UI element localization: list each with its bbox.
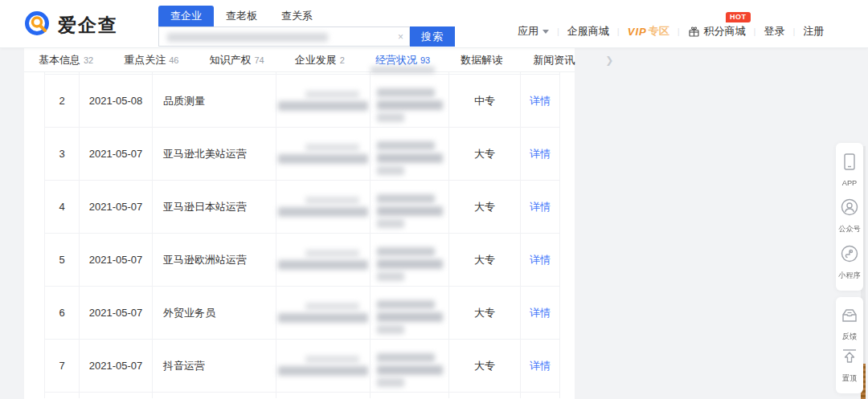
detail-link[interactable]: 详情 <box>530 359 551 373</box>
cell-date: 2021-05-07 <box>79 181 152 233</box>
brand-name: 爱企查 <box>58 13 118 38</box>
cell-education: 大专 <box>448 287 520 339</box>
cell-education: 大专 <box>448 128 520 180</box>
cell-index: 4 <box>44 181 79 233</box>
search-tab-company[interactable]: 查企业 <box>158 6 214 26</box>
jobs-table: 2 2021-05-08 品质测量 中专 详情 3 2021-05-07 亚马逊… <box>44 72 560 398</box>
cell-job-title: 亚马逊日本站运营 <box>152 181 276 233</box>
header-nav: 应用 | 企服商城 | VIP 专区 | 积分商城 HOT | 登录 | <box>518 24 824 39</box>
tab-intellectual-property[interactable]: 知识产权74 <box>210 53 264 67</box>
cell-index: 7 <box>44 340 79 392</box>
nav-separator: | <box>557 26 559 36</box>
detail-link[interactable]: 详情 <box>530 147 551 161</box>
cell-redacted-info <box>370 128 448 180</box>
cell-redacted-salary <box>276 128 370 180</box>
user-circle-icon <box>840 197 859 220</box>
redacted-text <box>371 67 435 73</box>
phone-icon <box>841 153 858 175</box>
aiqicha-logo-icon <box>24 10 51 40</box>
cell-redacted-info <box>370 234 448 286</box>
nav-separator: | <box>754 26 756 36</box>
detail-link[interactable]: 详情 <box>530 306 551 320</box>
cell-date: 2021-05-07 <box>79 287 152 339</box>
cell-redacted-salary <box>276 340 370 392</box>
nav-apps[interactable]: 应用 <box>518 24 549 39</box>
cell-job-title: 抖音运营 <box>152 340 276 392</box>
tab-operating-status[interactable]: 经营状况93 <box>375 53 430 67</box>
clear-icon[interactable]: × <box>398 31 403 43</box>
cell-redacted-salary <box>276 287 370 339</box>
feedback-envelope-icon <box>840 307 859 328</box>
floating-toolbar-top: APP 公众号 小程序 <box>836 143 863 291</box>
chevron-down-icon <box>542 30 549 34</box>
top-header: 爱企查 查企业 查老板 查关系 × 搜索 应用 | 企服商城 | VIP 专区 … <box>0 0 868 48</box>
sidebar-item-feedback[interactable]: 反馈 <box>840 307 859 342</box>
nav-points-mall[interactable]: 积分商城 HOT <box>688 24 746 39</box>
mini-program-icon <box>840 244 859 267</box>
cell-index: 3 <box>44 128 79 180</box>
table-row: 3 2021-05-07 亚马逊北美站运营 大专 详情 <box>44 128 560 181</box>
cell-redacted-info <box>370 181 448 233</box>
floating-toolbar-bottom: 反馈 置顶 <box>836 297 863 393</box>
tab-key-focus[interactable]: 重点关注46 <box>124 53 178 67</box>
cell-job-title: 外贸业务员 <box>152 287 276 339</box>
detail-link[interactable]: 详情 <box>530 253 551 267</box>
chevron-right-icon[interactable]: ❯ <box>605 55 613 66</box>
table-row-clipped-bottom <box>44 393 560 398</box>
detail-link[interactable]: 详情 <box>530 200 551 214</box>
cell-education: 中专 <box>448 75 520 127</box>
search-tab-boss[interactable]: 查老板 <box>214 6 269 26</box>
cell-date: 2021-05-07 <box>79 234 152 286</box>
table-row: 7 2021-05-07 抖音运营 大专 详情 <box>44 340 560 393</box>
nav-separator: | <box>792 26 795 36</box>
redacted-search-text <box>167 33 328 42</box>
search-tabs: 查企业 查老板 查关系 <box>158 6 455 26</box>
back-to-top-icon-item[interactable]: 置顶 <box>840 347 859 384</box>
sidebar-item-mini-program[interactable]: 小程序 <box>837 244 862 281</box>
nav-separator: | <box>678 26 680 36</box>
arrow-up-icon <box>840 347 859 369</box>
cell-job-title: 亚马逊北美站运营 <box>152 128 276 180</box>
table-row: 4 2021-05-07 亚马逊日本站运营 大专 详情 <box>44 181 560 234</box>
cell-date: 2021-05-07 <box>79 128 152 180</box>
content-panel: 基本信息32 重点关注46 知识产权74 企业发展2 经营状况93 数据解读 新… <box>24 48 575 399</box>
cell-redacted-info <box>370 287 448 339</box>
search-tab-relation[interactable]: 查关系 <box>269 6 325 26</box>
cell-education: 大专 <box>448 234 520 286</box>
cell-date: 2021-05-07 <box>79 340 152 392</box>
cell-index: 2 <box>44 75 79 127</box>
cell-redacted-info <box>370 340 448 392</box>
sidebar-item-official-account[interactable]: 公众号 <box>837 197 862 234</box>
cell-redacted-salary <box>276 181 370 233</box>
search-button[interactable]: 搜索 <box>410 26 455 47</box>
cell-education: 大专 <box>448 181 520 233</box>
nav-login[interactable]: 登录 <box>764 24 784 39</box>
cell-job-title: 亚马逊欧洲站运营 <box>152 234 276 286</box>
table-row: 2 2021-05-08 品质测量 中专 详情 <box>44 75 560 128</box>
cell-redacted-salary <box>276 75 370 127</box>
table-row: 6 2021-05-07 外贸业务员 大专 详情 <box>44 287 560 340</box>
cell-job-title: 品质测量 <box>152 75 276 127</box>
section-tab-bar: 基本信息32 重点关注46 知识产权74 企业发展2 经营状况93 数据解读 新… <box>24 48 575 72</box>
table-row: 5 2021-05-07 亚马逊欧洲站运营 大专 详情 <box>44 234 560 287</box>
brand-logo[interactable]: 爱企查 <box>24 10 118 40</box>
nav-vip-zone[interactable]: VIP 专区 <box>628 24 669 39</box>
nav-separator: | <box>617 26 620 36</box>
nav-register[interactable]: 注册 <box>803 24 824 39</box>
cell-index: 5 <box>44 234 79 286</box>
tab-news[interactable]: 新闻资讯 <box>533 53 575 67</box>
tab-data-interpretation[interactable]: 数据解读 <box>461 53 502 67</box>
sidebar-item-app[interactable]: APP <box>841 153 858 187</box>
search-module: 查企业 查老板 查关系 × 搜索 <box>158 6 455 47</box>
gift-icon <box>688 26 700 38</box>
cell-date: 2021-05-08 <box>79 75 152 127</box>
tab-company-development[interactable]: 企业发展2 <box>295 53 345 67</box>
search-input[interactable]: × <box>158 26 410 47</box>
tab-basic-info[interactable]: 基本信息32 <box>39 53 93 67</box>
detail-link[interactable]: 详情 <box>530 94 551 108</box>
nav-service-mall[interactable]: 企服商城 <box>567 24 609 39</box>
cell-redacted-salary <box>276 234 370 286</box>
cell-education: 大专 <box>448 340 520 392</box>
cell-index: 6 <box>44 287 79 339</box>
cell-redacted-info <box>370 75 448 127</box>
